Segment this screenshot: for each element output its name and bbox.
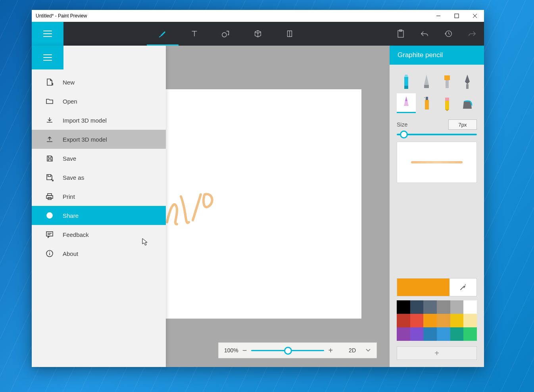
info-icon: [45, 249, 54, 258]
menu-item-print[interactable]: Print: [32, 187, 166, 206]
menu-close-button[interactable]: [32, 46, 63, 69]
app-body: 100% − + 2D Graphite pencil: [32, 46, 484, 367]
brush-pencil[interactable]: [397, 93, 416, 113]
eyedropper-button[interactable]: [449, 279, 476, 296]
close-button[interactable]: [466, 10, 484, 22]
brush-spray[interactable]: [417, 93, 436, 113]
svg-rect-26: [445, 101, 449, 110]
size-value: 7px: [459, 122, 467, 128]
menu-item-save-as[interactable]: Save as: [32, 168, 166, 187]
svg-marker-27: [445, 110, 449, 111]
menu-item-label: Share: [63, 212, 79, 219]
shapes-tool[interactable]: [210, 22, 242, 46]
share-icon: [45, 211, 54, 220]
brush-tool[interactable]: [147, 22, 179, 46]
svg-rect-17: [446, 80, 449, 88]
hamburger-icon: [43, 30, 52, 37]
color-swatch[interactable]: [450, 314, 464, 327]
brush-marker[interactable]: [397, 72, 416, 92]
menu-item-label: New: [63, 79, 75, 86]
brush-pen[interactable]: [458, 72, 477, 92]
menu-item-label: Export 3D model: [63, 136, 107, 143]
menu-item-new[interactable]: New: [32, 73, 166, 92]
undo-button[interactable]: [413, 22, 436, 46]
color-swatch[interactable]: [423, 314, 437, 327]
menu-item-label: About: [63, 250, 78, 257]
size-slider-thumb[interactable]: [400, 131, 408, 138]
color-swatch[interactable]: [397, 314, 410, 327]
color-swatch[interactable]: [437, 300, 450, 314]
cube-icon: [254, 29, 262, 38]
current-color-swatch[interactable]: [397, 279, 449, 296]
history-button[interactable]: [436, 22, 460, 46]
menu-item-open[interactable]: Open: [32, 92, 166, 111]
brush-fill[interactable]: [458, 93, 477, 113]
size-label: Size: [397, 121, 407, 128]
redo-icon: [468, 30, 476, 38]
save-as-icon: [45, 173, 54, 182]
zoom-slider[interactable]: [251, 350, 325, 351]
paste-button[interactable]: [389, 22, 413, 46]
text-tool[interactable]: [179, 22, 210, 46]
svg-rect-22: [425, 100, 429, 110]
title-bar: Untitled* - Paint Preview: [32, 10, 484, 22]
svg-rect-25: [445, 98, 449, 101]
color-swatch[interactable]: [463, 314, 477, 327]
color-swatch[interactable]: [450, 300, 464, 314]
add-color-button[interactable]: +: [397, 346, 477, 360]
svg-rect-15: [424, 85, 429, 88]
paint-window: Untitled* - Paint Preview: [32, 10, 484, 367]
undo-icon: [420, 30, 429, 38]
save-icon: [45, 154, 54, 163]
canvas-drawing: [165, 188, 219, 228]
brush-oil[interactable]: [438, 72, 457, 92]
menu-item-export-3d[interactable]: Export 3D model: [32, 130, 166, 149]
zoom-bar: 100% − + 2D: [218, 342, 377, 358]
maximize-button[interactable]: [448, 10, 466, 22]
feedback-icon: [45, 230, 54, 239]
svg-point-7: [222, 33, 227, 37]
redo-button[interactable]: [460, 22, 484, 46]
stickers-tool[interactable]: [274, 22, 305, 46]
file-menu: New Open Import 3D model Export 3D model…: [32, 46, 166, 367]
color-swatch[interactable]: [437, 314, 450, 327]
history-icon: [444, 29, 453, 38]
zoom-slider-thumb[interactable]: [284, 347, 292, 355]
color-swatch[interactable]: [437, 327, 450, 341]
color-swatch[interactable]: [397, 300, 410, 314]
color-swatch[interactable]: [450, 327, 464, 341]
canvas[interactable]: [166, 89, 361, 319]
color-swatch[interactable]: [410, 300, 424, 314]
clipboard-icon: [397, 29, 405, 38]
brush-eraser[interactable]: [438, 93, 457, 113]
color-swatch[interactable]: [410, 314, 424, 327]
view-mode-label: 2D: [349, 347, 356, 354]
menu-toggle-button[interactable]: [32, 22, 63, 46]
new-file-icon: [45, 78, 54, 86]
menu-item-import-3d[interactable]: Import 3D model: [32, 111, 166, 130]
menu-item-share[interactable]: Share: [32, 206, 166, 225]
minimize-button[interactable]: [429, 10, 448, 22]
size-slider[interactable]: [397, 134, 477, 135]
zoom-out-button[interactable]: −: [242, 346, 247, 355]
color-swatch[interactable]: [410, 327, 424, 341]
color-swatch[interactable]: [423, 327, 437, 341]
text-icon: [190, 29, 199, 38]
top-toolbar: [32, 22, 484, 46]
print-icon: [45, 192, 54, 201]
color-swatch[interactable]: [397, 327, 410, 341]
zoom-percent: 100%: [224, 347, 238, 354]
color-swatch[interactable]: [423, 300, 437, 314]
zoom-in-button[interactable]: +: [328, 346, 333, 355]
brush-calligraphy[interactable]: [417, 72, 436, 92]
menu-item-save[interactable]: Save: [32, 149, 166, 168]
center-tools: [63, 22, 389, 46]
3d-object-tool[interactable]: [242, 22, 274, 46]
history-tools: [389, 22, 484, 46]
color-swatch[interactable]: [463, 327, 477, 341]
menu-item-about[interactable]: About: [32, 244, 166, 263]
svg-rect-38: [46, 232, 53, 236]
size-value-box[interactable]: 7px: [448, 119, 477, 130]
color-swatch[interactable]: [463, 300, 477, 314]
view-mode-dropdown[interactable]: [365, 347, 371, 354]
